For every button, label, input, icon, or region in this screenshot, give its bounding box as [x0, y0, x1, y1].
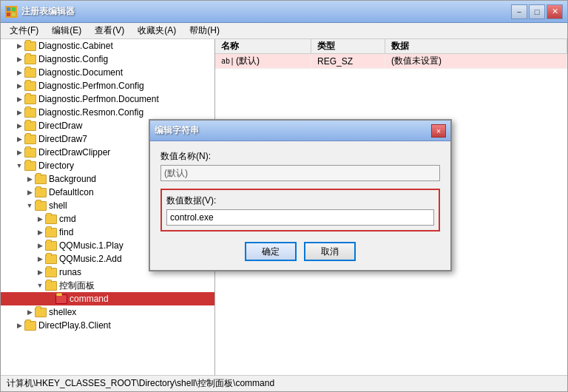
menu-file[interactable]: 文件(F) — [4, 23, 44, 38]
expander-cmd: ▶ — [35, 214, 45, 224]
cell-name-default-text: (默认) — [236, 55, 260, 67]
registry-row-default[interactable]: ab|(默认) REG_SZ (数值未设置) — [215, 54, 567, 69]
folder-icon — [24, 134, 36, 144]
tree-label-background: Background — [49, 174, 96, 184]
folder-icon — [24, 81, 36, 91]
menu-favorites[interactable]: 收藏夹(A) — [132, 23, 182, 38]
folder-icon — [24, 160, 36, 171]
tree-label-shell: shell — [49, 200, 67, 211]
tree-item-diagnostic-config[interactable]: ▶ Diagnostic.Config — [1, 53, 214, 66]
cancel-button[interactable]: 取消 — [304, 242, 356, 261]
expander-controlpanel: ▼ — [35, 280, 45, 291]
tree-item-diagnostic-perfmon-config[interactable]: ▶ Diagnostic.Perfmon.Config — [1, 79, 214, 92]
col-type: 类型 — [311, 39, 385, 53]
folder-icon — [35, 200, 47, 211]
expander-diagnostic-perfmon-config: ▶ — [14, 81, 24, 91]
tree-label-diagnostic-perfmon-config: Diagnostic.Perfmon.Config — [38, 81, 144, 91]
tree-item-directplay8client[interactable]: ▶ DirectPlay.8.Client — [1, 319, 214, 332]
status-text: 计算机\HKEY_CLASSES_ROOT\Directory\shell\控制… — [7, 377, 274, 390]
right-header: 名称 类型 数据 — [215, 39, 567, 54]
tree-label-directplay8client: DirectPlay.8.Client — [38, 320, 111, 331]
expander-defaulticon: ▶ — [24, 187, 35, 197]
dialog-close-button[interactable]: × — [431, 124, 446, 138]
expander-shell: ▼ — [24, 200, 35, 211]
cell-type-default: REG_SZ — [311, 54, 385, 68]
folder-icon — [55, 294, 67, 304]
expander-diagnostic-document: ▶ — [14, 67, 24, 78]
main-window: 注册表编辑器 − □ ✕ 文件(F) 编辑(E) 查看(V) 收藏夹(A) 帮助… — [0, 0, 568, 392]
expander-diagnostic-config: ▶ — [14, 54, 24, 64]
folder-icon — [45, 254, 57, 264]
tree-label-diagnostic-config: Diagnostic.Config — [38, 54, 108, 64]
tree-label-runas: runas — [59, 267, 81, 277]
folder-icon — [24, 121, 36, 131]
expander-directory: ▼ — [14, 160, 24, 171]
window-controls: − □ ✕ — [511, 4, 563, 19]
title-bar: 注册表编辑器 − □ ✕ — [1, 1, 567, 23]
tree-item-diagnostic-resmon-config[interactable]: ▶ Diagnostic.Resmon.Config — [1, 106, 214, 119]
tree-item-command[interactable]: command — [1, 292, 214, 305]
dialog-body: 数值名称(N): 数值数据(V): 确定 取消 — [150, 141, 450, 270]
expander-runas: ▶ — [35, 267, 45, 277]
cell-data-default: (数值未设置) — [385, 54, 567, 68]
window-title: 注册表编辑器 — [21, 5, 511, 18]
value-data-group: 数值数据(V): — [160, 189, 440, 232]
value-name-input[interactable] — [160, 165, 440, 181]
tree-item-shellex[interactable]: ▶ shellex — [1, 305, 214, 319]
folder-icon — [35, 307, 47, 317]
edit-string-dialog: 编辑字符串 × 数值名称(N): 数值数据(V): 确定 取消 — [149, 119, 452, 271]
tree-item-diagnostic-document[interactable]: ▶ Diagnostic.Document — [1, 66, 214, 79]
tree-label-defaulticon: DefaultIcon — [49, 187, 94, 197]
folder-icon — [35, 187, 47, 197]
status-bar: 计算机\HKEY_CLASSES_ROOT\Directory\shell\控制… — [1, 375, 567, 391]
cell-name-default: ab|(默认) — [215, 54, 311, 68]
tree-label-shellex: shellex — [49, 307, 76, 317]
tree-label-diagnostic-resmon-config: Diagnostic.Resmon.Config — [38, 107, 143, 118]
svg-rect-3 — [12, 13, 16, 16]
close-button[interactable]: ✕ — [547, 4, 563, 19]
expander-qqmusic2: ▶ — [35, 254, 45, 264]
tree-item-diagnostic-perfmon-document[interactable]: ▶ Diagnostic.Perfmon.Document — [1, 92, 214, 106]
minimize-button[interactable]: − — [511, 4, 527, 19]
ok-button[interactable]: 确定 — [245, 242, 297, 261]
folder-icon — [45, 214, 57, 224]
tree-label-diagnostic-cabinet: Diagnostic.Cabinet — [38, 41, 113, 51]
menu-help[interactable]: 帮助(H) — [183, 23, 226, 38]
svg-rect-0 — [7, 7, 10, 11]
svg-rect-1 — [12, 7, 16, 11]
expander-directdraw: ▶ — [14, 121, 24, 131]
folder-icon — [45, 227, 57, 237]
folder-icon — [45, 280, 57, 291]
tree-item-diagnostic-cabinet[interactable]: ▶ Diagnostic.Cabinet — [1, 39, 214, 53]
menu-view[interactable]: 查看(V) — [89, 23, 130, 38]
tree-label-qqmusic1: QQMusic.1.Play — [59, 240, 124, 251]
expander-shellex: ▶ — [24, 307, 35, 317]
expander-qqmusic1: ▶ — [35, 240, 45, 251]
folder-icon — [24, 320, 36, 331]
folder-icon — [35, 174, 47, 184]
tree-label-directdraw7: DirectDraw7 — [38, 134, 87, 144]
dialog-buttons: 确定 取消 — [160, 242, 440, 261]
maximize-button[interactable]: □ — [529, 4, 545, 19]
folder-icon — [45, 240, 57, 251]
tree-label-command: command — [70, 294, 109, 304]
tree-label-directory: Directory — [38, 160, 74, 171]
expander-background: ▶ — [24, 174, 35, 184]
tree-label-directdraw: DirectDraw — [38, 121, 82, 131]
tree-label-find: find — [59, 227, 73, 237]
value-name-label: 数值名称(N): — [160, 150, 440, 163]
value-data-label: 数值数据(V): — [166, 195, 434, 207]
expander-diagnostic-resmon-config: ▶ — [14, 107, 24, 118]
expander-command — [45, 294, 55, 304]
value-data-input[interactable] — [166, 209, 434, 226]
folder-icon — [24, 147, 36, 158]
dialog-title-text: 编辑字符串 — [155, 124, 431, 137]
dialog-title-bar: 编辑字符串 × — [150, 121, 450, 141]
expander-diagnostic-perfmon-document: ▶ — [14, 94, 24, 104]
app-icon — [5, 6, 17, 18]
tree-item-controlpanel[interactable]: ▼ 控制面板 — [1, 279, 214, 292]
expander-find: ▶ — [35, 227, 45, 237]
menu-edit[interactable]: 编辑(E) — [46, 23, 87, 38]
folder-icon — [24, 41, 36, 51]
svg-rect-2 — [7, 13, 10, 16]
